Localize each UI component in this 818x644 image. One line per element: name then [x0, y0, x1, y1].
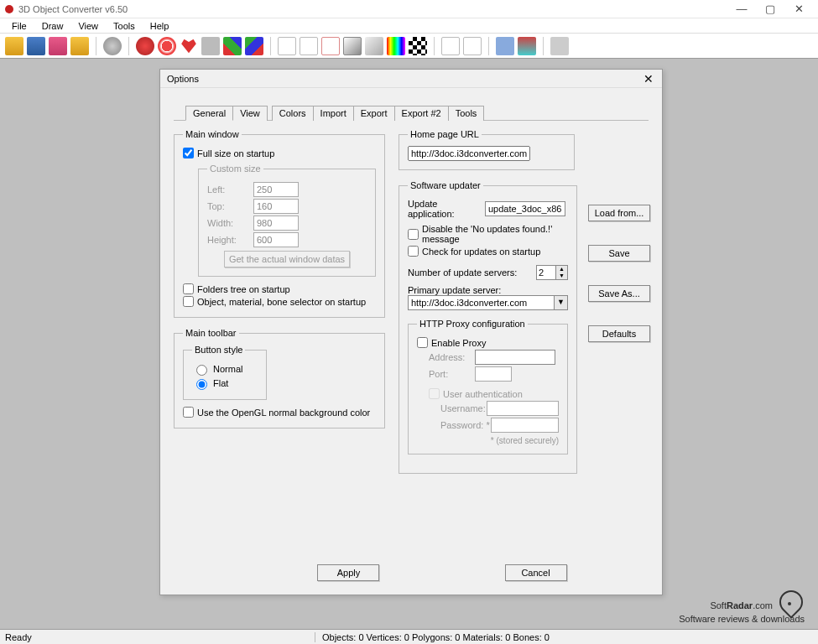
menu-view[interactable]: View: [71, 20, 105, 32]
btn-load-from[interactable]: Load from...: [588, 205, 650, 221]
save-as-icon[interactable]: [49, 37, 67, 55]
gear-icon[interactable]: [103, 37, 122, 55]
tab-import[interactable]: Import: [313, 106, 354, 121]
group-updater: Software updater Update application: Dis…: [399, 180, 577, 474]
input-home-url[interactable]: [408, 146, 530, 161]
color-icon[interactable]: [387, 37, 405, 55]
chk-folders-tree[interactable]: [183, 283, 194, 294]
app-icon: [5, 5, 13, 13]
tool-wrench-icon[interactable]: [201, 37, 220, 55]
group-main-window: Main window Full size on startup Custom …: [174, 129, 385, 318]
lbl-check-startup: Check for updates on startup: [422, 247, 540, 257]
lbl-flat: Flat: [213, 378, 228, 388]
btn-apply[interactable]: Apply: [317, 564, 379, 581]
dialog-close-icon[interactable]: ✕: [642, 72, 655, 86]
chk-check-startup[interactable]: [408, 246, 419, 257]
input-left: [253, 182, 299, 197]
radio-normal[interactable]: [196, 365, 207, 376]
tool-heart-icon[interactable]: [180, 37, 198, 55]
open-icon[interactable]: [5, 37, 23, 55]
dialog-titlebar: Options ✕: [160, 70, 662, 88]
input-width: [253, 216, 299, 231]
tab-tools[interactable]: Tools: [448, 106, 485, 121]
select-primary-server[interactable]: ▼: [408, 295, 568, 310]
legend-button-style: Button style: [192, 345, 245, 355]
input-password: [491, 418, 559, 433]
wire2-icon[interactable]: [300, 37, 318, 55]
tab-export2[interactable]: Export #2: [394, 106, 449, 121]
spinner-num-servers[interactable]: ▲▼: [536, 265, 568, 280]
btn-save-as[interactable]: Save As...: [588, 285, 650, 302]
checker-icon[interactable]: [409, 37, 427, 55]
btn-cancel[interactable]: Cancel: [505, 564, 567, 581]
chk-full-size[interactable]: [183, 148, 194, 158]
brand2: Radar: [727, 600, 753, 610]
tab-view[interactable]: View: [232, 106, 268, 121]
tool-axes-icon[interactable]: [223, 37, 242, 55]
tab-colors[interactable]: Colors: [272, 106, 314, 121]
lbl-password: Password: *: [440, 420, 491, 430]
radar-icon: [776, 587, 805, 615]
save-icon[interactable]: [27, 37, 45, 55]
spinner-arrows-icon[interactable]: ▲▼: [556, 265, 568, 280]
input-port: [475, 366, 512, 382]
tab-export[interactable]: Export: [353, 106, 395, 121]
radio-flat[interactable]: [196, 379, 207, 390]
batch-icon[interactable]: [70, 37, 89, 55]
dialog-footer: Apply Cancel: [160, 564, 662, 581]
menubar: File Draw View Tools Help: [0, 18, 818, 34]
lbl-update-app: Update application:: [408, 199, 485, 219]
legend-proxy: HTTP Proxy configuration: [417, 319, 528, 329]
menu-help[interactable]: Help: [143, 20, 176, 32]
lbl-left: Left:: [207, 184, 253, 195]
menu-tools[interactable]: Tools: [107, 20, 142, 32]
btn-actual-window: Get the actual window datas: [224, 251, 350, 267]
glasses-icon[interactable]: [518, 37, 536, 55]
shaded2-icon[interactable]: [365, 37, 383, 55]
wire1-icon[interactable]: [278, 37, 296, 55]
menu-file[interactable]: File: [5, 20, 34, 32]
options-tabstrip: General View Colors Import Export Export…: [185, 105, 649, 120]
tab-general[interactable]: General: [185, 106, 233, 121]
view2-icon[interactable]: [463, 37, 482, 55]
minimize-button[interactable]: —: [727, 3, 756, 15]
lbl-top: Top:: [207, 201, 253, 211]
input-username: [487, 401, 559, 416]
wire3-icon[interactable]: [321, 37, 340, 55]
lbl-full-size: Full size on startup: [197, 148, 274, 158]
input-num-servers[interactable]: [536, 265, 556, 280]
menu-draw[interactable]: Draw: [35, 20, 70, 32]
legend-updater: Software updater: [408, 180, 483, 190]
btn-defaults[interactable]: Defaults: [588, 325, 650, 342]
tool-red-icon[interactable]: [136, 37, 154, 55]
group-button-style: Button style Normal Flat: [183, 345, 267, 400]
btn-save[interactable]: Save: [588, 245, 650, 262]
close-button[interactable]: ✕: [784, 3, 813, 15]
chk-disable-msg[interactable]: [408, 229, 419, 240]
lbl-object-selector: Object, material, bone selector on start…: [197, 297, 366, 307]
chk-object-selector[interactable]: [183, 296, 194, 307]
trash-icon[interactable]: [550, 37, 569, 55]
group-main-toolbar: Main toolbar Button style Normal Flat Us…: [174, 328, 385, 428]
input-primary-server[interactable]: [408, 295, 555, 310]
tool-torus-icon[interactable]: [158, 37, 176, 55]
input-update-app[interactable]: [485, 201, 565, 216]
group-proxy: HTTP Proxy configuration Enable Proxy Ad…: [408, 319, 568, 454]
watermark: SoftRadar.com Software reviews & downloa…: [679, 587, 805, 624]
camera-icon[interactable]: [496, 37, 514, 55]
lbl-address: Address:: [429, 352, 475, 362]
chk-enable-proxy[interactable]: [417, 337, 428, 348]
app-title: 3D Object Converter v6.50: [18, 4, 727, 14]
view1-icon[interactable]: [441, 37, 460, 55]
chk-opengl-bg[interactable]: [183, 407, 194, 418]
lbl-normal: Normal: [213, 364, 242, 374]
maximize-button[interactable]: ▢: [756, 3, 784, 15]
dropdown-arrow-icon[interactable]: ▼: [555, 295, 568, 310]
lbl-num-servers: Number of update servers:: [408, 267, 536, 278]
shaded1-icon[interactable]: [343, 37, 362, 55]
lbl-opengl-bg: Use the OpenGL normal background color: [197, 408, 370, 418]
options-dialog: Options ✕ General View Colors Import Exp…: [159, 69, 663, 595]
tool-axes2-icon[interactable]: [245, 37, 263, 55]
dialog-title: Options: [167, 74, 642, 84]
brand3: .com: [753, 600, 773, 610]
